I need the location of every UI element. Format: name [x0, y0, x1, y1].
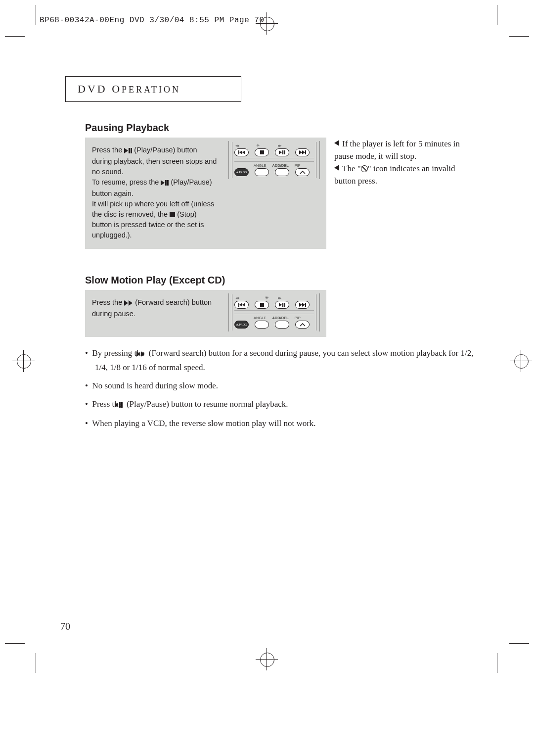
left-triangle-icon	[334, 140, 339, 146]
instruction-box-slowmo: Press the (Forward search) button during…	[85, 290, 326, 337]
svg-rect-6	[238, 150, 239, 154]
svg-rect-18	[238, 303, 239, 307]
remote-skip-fwd-icon	[295, 301, 310, 309]
svg-marker-14	[302, 150, 305, 154]
register-mark-left	[17, 354, 31, 369]
register-mark-bottom	[260, 653, 274, 667]
instruction-text-slowmo: Press the (Forward search) button during…	[92, 297, 219, 319]
svg-marker-13	[299, 150, 302, 154]
svg-marker-7	[239, 150, 242, 154]
bullet-list: • By pressing the (Forward search) butto…	[85, 346, 476, 435]
svg-rect-4	[165, 180, 167, 186]
svg-rect-9	[260, 150, 264, 154]
side-notes: If the player is left for 5 minutes in p…	[334, 138, 478, 187]
remote-aprog-icon: A.PROG	[234, 168, 249, 176]
svg-marker-30	[115, 402, 119, 408]
heading-slow-motion: Slow Motion Play (Except CD)	[85, 275, 225, 286]
section-title-box: DVD OPERATION	[65, 76, 241, 102]
svg-rect-32	[121, 402, 123, 408]
trim-mark	[509, 36, 529, 37]
trim-mark	[5, 643, 25, 644]
svg-marker-29	[141, 351, 145, 357]
svg-rect-31	[119, 402, 121, 408]
remote-pip-icon	[295, 321, 310, 329]
remote-angle-icon	[255, 168, 269, 176]
side-note-2: The "" icon indicates an invalid button …	[334, 162, 478, 187]
heading-pausing-playback: Pausing Playback	[85, 122, 169, 134]
trim-mark	[497, 5, 497, 25]
svg-rect-1	[129, 148, 130, 153]
svg-marker-0	[124, 148, 128, 153]
svg-marker-8	[242, 150, 245, 154]
remote-adddel-icon	[275, 168, 289, 176]
svg-rect-11	[282, 150, 283, 154]
trim-mark	[36, 5, 36, 25]
svg-marker-16	[124, 300, 128, 306]
prepress-header: BP68-00342A-00Eng_DVD 3/30/04 8:55 PM Pa…	[40, 16, 265, 25]
fast-forward-icon	[124, 298, 133, 309]
remote-aprog-icon: A.PROG	[234, 321, 249, 329]
bullet-item: • Press the (Play/Pause) button to resum…	[85, 397, 476, 412]
register-mark-top	[260, 17, 274, 31]
svg-marker-17	[129, 300, 133, 306]
section-title: DVD OPERATION	[78, 83, 180, 95]
remote-stop-icon	[255, 301, 269, 309]
svg-marker-3	[161, 180, 165, 186]
remote-pip-icon	[295, 168, 310, 176]
svg-marker-20	[242, 303, 245, 307]
remote-skip-back-icon	[234, 148, 249, 156]
svg-marker-22	[279, 303, 282, 307]
remote-adddel-icon	[275, 321, 289, 329]
trim-mark	[36, 653, 36, 673]
invalid-icon	[361, 165, 368, 172]
svg-marker-25	[299, 303, 302, 307]
remote-stop-icon	[255, 148, 269, 156]
register-mark-right	[514, 354, 529, 369]
instruction-box-pausing: Press the (Play/Pause) button during pla…	[85, 138, 326, 249]
svg-rect-21	[260, 303, 264, 307]
remote-diagram: ◂◂✳▸▸ ANGLEADD/DELPIP A.PROG	[228, 141, 320, 181]
remote-diagram: ◂◂✳▸▸ ANGLEADD/DELPIP A.PROG	[228, 293, 320, 333]
page-number: 70	[60, 621, 70, 632]
svg-rect-24	[284, 303, 285, 307]
svg-marker-28	[136, 351, 140, 357]
stop-icon	[170, 212, 175, 217]
bullet-item: • When playing a VCD, the reverse slow m…	[85, 417, 476, 430]
svg-rect-23	[282, 303, 283, 307]
play-pause-icon	[161, 178, 169, 189]
side-note-1: If the player is left for 5 minutes in p…	[334, 138, 478, 162]
svg-marker-19	[239, 303, 242, 307]
remote-play-pause-icon	[275, 148, 289, 156]
bullet-item: • No sound is heard during slow mode.	[85, 379, 476, 392]
remote-play-pause-icon	[275, 301, 289, 309]
play-pause-icon	[124, 146, 132, 156]
svg-rect-15	[305, 150, 306, 154]
remote-skip-back-icon	[234, 301, 249, 309]
trim-mark	[5, 36, 25, 37]
remote-angle-icon	[255, 321, 269, 329]
trim-mark	[509, 643, 529, 644]
left-triangle-icon	[334, 165, 339, 171]
svg-rect-27	[305, 303, 306, 307]
bullet-item: • By pressing the (Forward search) butto…	[85, 346, 476, 374]
trim-mark	[497, 653, 497, 673]
svg-marker-10	[279, 150, 282, 154]
instruction-text-pausing: Press the (Play/Pause) button during pla…	[92, 145, 219, 240]
svg-marker-26	[302, 303, 305, 307]
svg-rect-12	[284, 150, 285, 154]
remote-skip-fwd-icon	[295, 148, 310, 156]
